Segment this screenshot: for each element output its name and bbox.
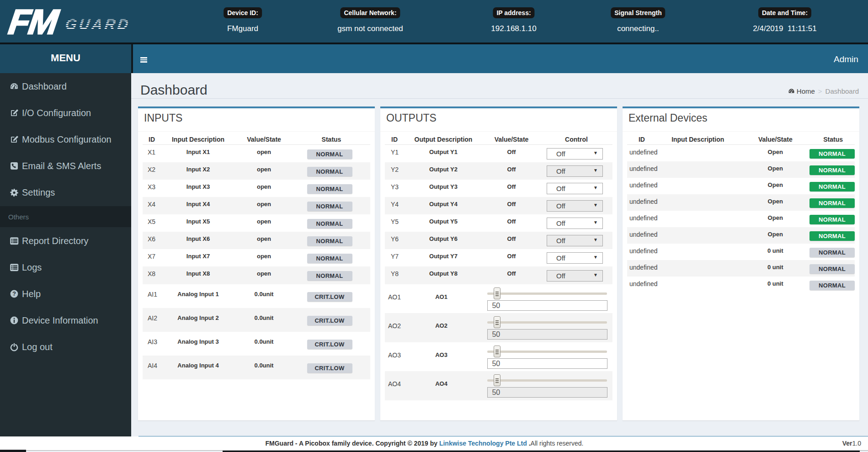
svg-text:?: ? [12,291,16,297]
